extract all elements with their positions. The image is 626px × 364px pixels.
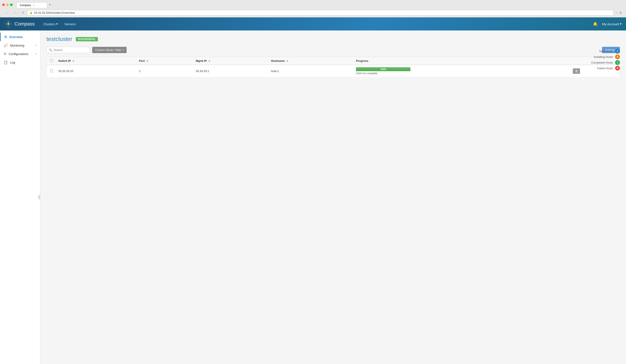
back-button[interactable]: ← (4, 10, 10, 15)
progress-header: Progress (352, 57, 569, 65)
completed-hosts-badge: 1 (615, 60, 620, 65)
sidebar-item-label-log: Log (10, 61, 15, 64)
column-show-hide-label: Column Show / Hide (95, 48, 121, 52)
column-show-hide-chevron-icon: ▾ (122, 49, 124, 51)
forward-button[interactable]: → (12, 10, 18, 15)
installing-hosts-stat: Installing Hosts 0 (591, 54, 620, 59)
port-sort-icon: ⇅ (147, 60, 148, 62)
svg-marker-2 (7, 24, 9, 27)
hostname-cell: host-1 (268, 65, 352, 77)
configurations-icon: ⚙ (3, 52, 6, 56)
failed-hosts-label: Failed Hosts (597, 66, 613, 70)
configurations-chevron-icon: ▾ (35, 52, 37, 55)
table-header-row: Switch IP ⇅ Port ⇅ Mgmt IP ⇅ Hostname ⇅ … (47, 57, 620, 65)
close-button[interactable] (2, 3, 5, 6)
my-account-menu[interactable]: My Account ▾ (602, 22, 622, 26)
search-box[interactable]: 🔍 (46, 47, 90, 53)
cluster-name: testcluster (46, 36, 72, 42)
completed-hosts-stat: Completed Hosts 1 (591, 60, 620, 65)
cluster-header: testcluster SUCCESSFUL (46, 36, 620, 42)
monitoring-icon: 📈 (3, 43, 8, 47)
maximize-button[interactable] (10, 3, 13, 6)
address-bar[interactable]: 🔒 33.33.33.20/#/cluster/1/overview (27, 10, 613, 15)
my-account-chevron-icon: ▾ (620, 22, 622, 26)
failed-hosts-stat: Failed Hosts 0 (591, 66, 620, 70)
sidebar-item-configurations[interactable]: ⚙ Configurations ▾ (0, 50, 40, 58)
svg-marker-3 (5, 23, 8, 25)
port-header[interactable]: Port ⇅ (136, 57, 192, 65)
search-input[interactable] (54, 48, 88, 52)
select-all-header (47, 57, 55, 65)
hostname-header[interactable]: Hostname ⇅ (268, 57, 352, 65)
nav-links: Clusters ▾ Servers (43, 22, 593, 26)
hosts-table: Switch IP ⇅ Port ⇅ Mgmt IP ⇅ Hostname ⇅ … (46, 57, 620, 77)
table-row: 33.33.33.10 1 33.33.33.1 host-1 100% Che… (47, 65, 620, 77)
installing-hosts-badge: 0 (615, 54, 620, 59)
total-hosts-stat: Total Hosts 1 (591, 49, 620, 54)
sidebar-item-overview[interactable]: ⊙ Overview (0, 33, 40, 41)
clusters-nav-link[interactable]: Clusters ▾ (43, 22, 58, 26)
progress-label: Chef run complete (356, 72, 566, 75)
minimize-button[interactable] (6, 3, 9, 6)
progress-cell: 100% Chef run complete (352, 65, 569, 77)
svg-point-5 (8, 23, 9, 25)
sidebar-item-label-overview: Overview (9, 35, 23, 39)
completed-hosts-label: Completed Hosts (591, 61, 613, 64)
total-hosts-badge: 1 (615, 49, 620, 54)
browser-tab[interactable]: Compass ✕ (17, 2, 47, 8)
sidebar-item-label-monitoring: Monitoring (10, 44, 24, 47)
sidebar-item-monitoring[interactable]: 📈 Monitoring ▾ (0, 41, 40, 50)
sidebar-item-label-configurations: Configurations (9, 52, 28, 56)
mgmt-ip-sort-icon: ⇅ (208, 60, 210, 62)
switch-ip-cell: 33.33.33.10 (55, 65, 136, 77)
bookmark-button[interactable]: ☆ (615, 11, 618, 15)
logo-area: Compass (4, 20, 35, 28)
row-checkbox-cell (47, 65, 55, 77)
tab-close-button[interactable]: ✕ (33, 4, 35, 7)
select-all-checkbox[interactable] (50, 59, 53, 62)
switch-ip-header[interactable]: Switch IP ⇅ (55, 57, 136, 65)
security-icon: 🔒 (30, 11, 33, 14)
status-badge: SUCCESSFUL (76, 37, 98, 41)
logo-icon (4, 20, 12, 28)
tab-title: Compass (20, 4, 31, 7)
switch-ip-sort-icon: ⇅ (72, 60, 74, 62)
toolbar: 🔍 Column Show / Hide ▾ Actions ▾ (46, 47, 620, 53)
svg-marker-4 (9, 23, 11, 25)
mgmt-ip-header[interactable]: Mgmt IP ⇅ (192, 57, 268, 65)
progress-bar-outer: 100% (356, 67, 410, 71)
logo-text: Compass (14, 21, 35, 27)
sidebar: ⊙ Overview 📈 Monitoring ▾ ⚙ Configuratio… (0, 31, 40, 364)
clusters-chevron-icon: ▾ (56, 22, 58, 26)
log-icon: 📋 (3, 60, 8, 65)
menu-button[interactable]: ≡ (620, 11, 622, 15)
main-content: testcluster SUCCESSFUL Total Hosts 1 Ins… (40, 31, 626, 364)
refresh-button[interactable]: ↺ (20, 10, 26, 15)
row-checkbox[interactable] (50, 69, 53, 72)
installing-hosts-label: Installing Hosts (594, 55, 613, 59)
stats-panel: Total Hosts 1 Installing Hosts 0 Complet… (591, 49, 620, 71)
bell-icon[interactable]: 🔔 (593, 22, 598, 26)
search-icon: 🔍 (49, 48, 52, 52)
delete-row-button[interactable]: 🗑 (573, 68, 580, 74)
hostname-sort-icon: ⇅ (286, 60, 288, 62)
total-hosts-label: Total Hosts (599, 50, 613, 53)
column-show-hide-button[interactable]: Column Show / Hide ▾ (92, 47, 127, 53)
url-text: 33.33.33.20/#/cluster/1/overview (34, 11, 75, 14)
new-tab-button[interactable]: + (47, 2, 52, 8)
svg-marker-1 (7, 21, 9, 24)
failed-hosts-badge: 0 (615, 66, 620, 70)
monitoring-chevron-icon: ▾ (35, 44, 37, 47)
progress-percent: 100% (356, 68, 410, 70)
nav-right: 🔔 My Account ▾ (593, 22, 622, 26)
overview-icon: ⊙ (4, 35, 7, 39)
mgmt-ip-cell: 33.33.33.1 (192, 65, 268, 77)
port-cell: 1 (136, 65, 192, 77)
progress-bar-container: 100% Chef run complete (356, 67, 566, 75)
top-navigation: Compass Clusters ▾ Servers 🔔 My Account … (0, 17, 626, 31)
servers-nav-link[interactable]: Servers (65, 22, 76, 26)
sidebar-item-log[interactable]: 📋 Log (0, 58, 40, 66)
